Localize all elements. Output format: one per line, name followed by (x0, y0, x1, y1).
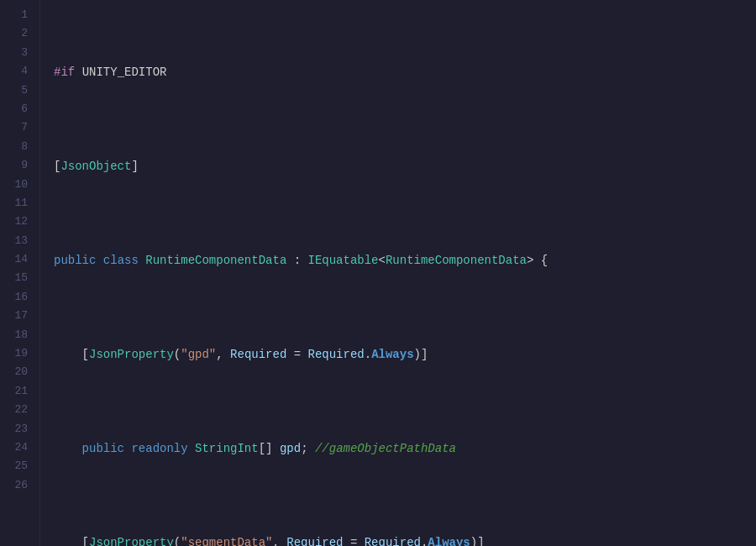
line-numbers: 1 2 3 4 5 6 7 8 9 10 11 12 13 14 15 16 1… (0, 0, 40, 546)
code-line-4: [JsonProperty("gpd", Required = Required… (54, 345, 756, 364)
code-editor: 1 2 3 4 5 6 7 8 9 10 11 12 13 14 15 16 1… (0, 0, 756, 546)
code-line-1: #if UNITY_EDITOR (54, 63, 756, 81)
code-line-3: public class RuntimeComponentData : IEqu… (54, 251, 756, 270)
code-line-5: public readonly StringInt[] gpd; //gameO… (54, 439, 756, 458)
code-line-2: [JsonObject] (54, 157, 756, 176)
code-content: #if UNITY_EDITOR [JsonObject] public cla… (40, 0, 756, 546)
code-line-6: [JsonProperty("segmentData", Required = … (54, 533, 756, 546)
